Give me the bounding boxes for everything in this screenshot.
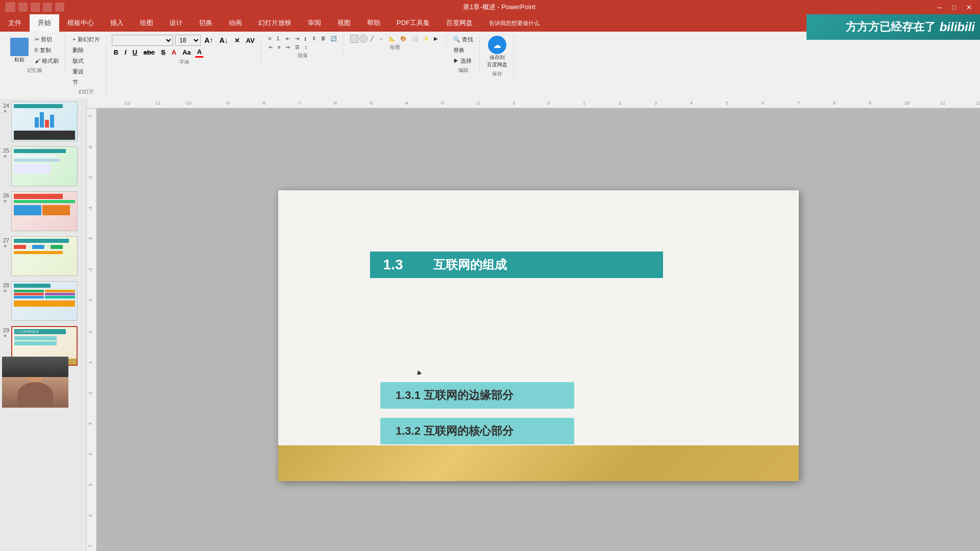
maximize-btn[interactable]: □: [949, 3, 959, 12]
customize-icon[interactable]: [55, 3, 64, 12]
tab-file[interactable]: 文件: [0, 14, 30, 32]
indent-increase-btn[interactable]: ⇥: [293, 35, 301, 42]
minimize-btn[interactable]: ─: [934, 3, 945, 12]
format-painter-btn[interactable]: 🖌 格式刷: [33, 56, 61, 66]
font-size-select[interactable]: 18: [175, 35, 201, 46]
redo-icon[interactable]: [43, 3, 52, 12]
text-color-btn[interactable]: A: [195, 47, 204, 58]
select-btn2[interactable]: ▶ 选择: [451, 56, 475, 66]
tab-home[interactable]: 开始: [30, 14, 59, 32]
sub-item-2[interactable]: 1.3.2 互联网的核心部分: [380, 418, 574, 444]
char-spacing-btn[interactable]: AV: [244, 36, 257, 45]
delete-slide-btn[interactable]: 删除: [70, 45, 102, 55]
sub-item-1[interactable]: 1.3.1 互联网的边缘部分: [380, 382, 574, 409]
body-shape: [17, 382, 53, 408]
tab-pdf[interactable]: PDF工具集: [388, 14, 438, 32]
shape-line-btn[interactable]: ╱: [369, 35, 376, 43]
tab-slideshow[interactable]: 幻灯片放映: [250, 14, 300, 32]
replace-btn[interactable]: 替换: [451, 45, 475, 55]
numbering-btn[interactable]: 1.: [275, 35, 283, 42]
group-save: ☁ 保存到百度网盘 保存: [481, 34, 514, 79]
shape-effects-btn[interactable]: ✨: [421, 35, 431, 43]
slide-reset-btn[interactable]: 重设: [70, 67, 102, 77]
font-increase-btn[interactable]: A↑: [203, 35, 215, 45]
cut-btn[interactable]: ✂ 剪切: [33, 35, 61, 44]
align-right-btn[interactable]: ⇒: [284, 43, 292, 51]
slide-item-24[interactable]: 24 ★: [2, 101, 84, 142]
font-decrease-btn[interactable]: A↓: [217, 35, 230, 45]
text-direction-btn[interactable]: ⇕: [310, 35, 318, 42]
slide-main[interactable]: 1.3 互联网的组成 1.3.1 互联网的边缘部分 1: [278, 190, 799, 481]
tab-review[interactable]: 审阅: [300, 14, 329, 32]
slide-item-26[interactable]: 26 ★: [2, 190, 84, 232]
italic-btn[interactable]: I: [122, 47, 129, 57]
align-left-btn[interactable]: ⇐: [266, 43, 275, 51]
shape-arrow-btn[interactable]: →: [377, 35, 386, 43]
clear-format-btn[interactable]: ✕: [232, 36, 242, 45]
indent-decrease-btn[interactable]: ⇤: [284, 35, 292, 42]
save-label: 保存: [492, 70, 502, 78]
paste-btn[interactable]: 粘贴: [8, 37, 31, 64]
align-text-btn[interactable]: ≣: [319, 35, 327, 42]
select-btn[interactable]: ▶: [432, 35, 440, 43]
tab-template[interactable]: 模板中心: [59, 14, 102, 32]
tab-baidu[interactable]: 百度网盘: [438, 14, 481, 32]
cut-copy-group: ✂ 剪切 ⎘ 复制 🖌 格式刷: [33, 35, 61, 66]
strikethrough-btn[interactable]: abc: [141, 47, 157, 57]
slide-item-25[interactable]: 25 ★: [2, 145, 84, 187]
highlight-btn[interactable]: Aa: [180, 47, 193, 57]
bili-logo: bilibili: [940, 20, 975, 34]
tab-view[interactable]: 视图: [329, 14, 359, 32]
tab-animation[interactable]: 动画: [220, 14, 250, 32]
col-count-btn[interactable]: ⫿: [302, 35, 309, 42]
underline-btn[interactable]: U: [131, 47, 139, 57]
slide-thumb-26[interactable]: [11, 191, 78, 231]
close-btn[interactable]: ✕: [963, 3, 975, 12]
tab-transition[interactable]: 切换: [191, 14, 220, 32]
group-drawing: ╱ → 📐 🎨 ⬜ ✨ ▶ 绘图: [344, 34, 446, 52]
tab-design[interactable]: 设计: [161, 14, 191, 32]
font-name-select[interactable]: [112, 35, 173, 46]
shape-ellipse-btn[interactable]: [359, 35, 368, 43]
tab-draw[interactable]: 绘图: [132, 14, 161, 32]
title-number-box[interactable]: 1.3: [370, 252, 416, 278]
align-center-btn[interactable]: ≡: [276, 43, 283, 51]
find-btn[interactable]: 🔍 查找: [451, 35, 475, 44]
undo-icon[interactable]: [31, 3, 40, 12]
font-format-row: B I U abc S A Aa A: [112, 47, 257, 58]
copy-btn[interactable]: ⎘ 复制: [33, 45, 61, 55]
slide-thumb-28[interactable]: [11, 281, 78, 321]
svg-text:-1: -1: [511, 101, 516, 106]
slide-item-28[interactable]: 28 ★: [2, 280, 84, 322]
paragraph-label: 段落: [298, 52, 308, 59]
save-cloud-btn[interactable]: ☁ 保存到百度网盘: [485, 35, 509, 69]
slide-thumb-24[interactable]: [11, 102, 78, 141]
title-text-box[interactable]: 互联网的组成: [418, 252, 663, 278]
convert-smartart-btn[interactable]: 🔄: [328, 35, 338, 42]
svg-text:2: 2: [619, 101, 621, 106]
slide-item-27[interactable]: 27 ★ → →: [2, 235, 84, 277]
font-color-btn[interactable]: A: [169, 47, 178, 57]
svg-text:7: 7: [797, 101, 800, 106]
slide-section-btn[interactable]: 节: [70, 78, 102, 87]
slide-canvas[interactable]: 1.3 互联网的组成 1.3.1 互联网的边缘部分 1: [97, 109, 980, 551]
bullets-btn[interactable]: ≡: [266, 35, 274, 42]
slide-thumb-27[interactable]: → →: [11, 236, 78, 276]
tab-search[interactable]: 告诉我您想要做什么: [481, 14, 548, 32]
svg-text:1: 1: [88, 361, 93, 364]
tab-insert[interactable]: 插入: [102, 14, 132, 32]
window-controls: ─ □ ✕: [934, 3, 975, 12]
shape-fill-btn[interactable]: 🎨: [398, 35, 408, 43]
tab-help[interactable]: 帮助: [359, 14, 388, 32]
slide-layout-btn[interactable]: 版式: [70, 56, 102, 66]
bold-btn[interactable]: B: [112, 47, 120, 57]
justify-btn[interactable]: ☰: [293, 43, 302, 51]
shape-outline-btn[interactable]: ⬜: [409, 35, 420, 43]
line-spacing-btn[interactable]: ↕: [303, 43, 309, 51]
shadow-btn[interactable]: S: [159, 47, 167, 57]
shape-rect-btn[interactable]: [350, 35, 358, 43]
save-icon[interactable]: [18, 3, 28, 12]
new-slide-btn[interactable]: + 新幻灯片: [70, 35, 102, 44]
slide-thumb-25[interactable]: [11, 146, 78, 186]
arrange-btn[interactable]: 📐: [387, 35, 397, 43]
